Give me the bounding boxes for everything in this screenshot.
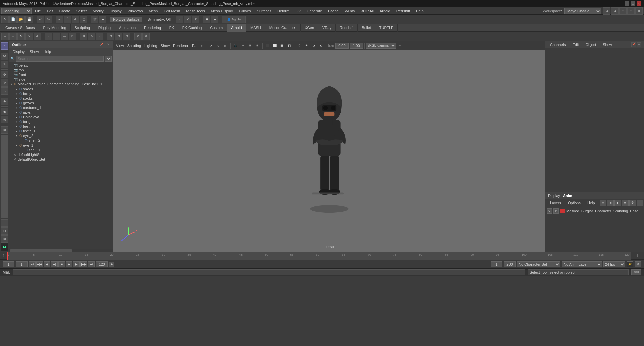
- vp-shadow[interactable]: ◑: [311, 42, 317, 49]
- vp-ao[interactable]: ◐: [318, 42, 325, 49]
- menu-curves[interactable]: Curves: [236, 8, 254, 14]
- snap-grid[interactable]: #: [56, 16, 63, 23]
- snap-curve[interactable]: ⌒: [64, 16, 71, 23]
- new-file[interactable]: 📄: [9, 16, 17, 23]
- tree-item-costume[interactable]: ▸ ⬡ costume_1: [9, 105, 113, 110]
- menu-create[interactable]: Create: [57, 8, 73, 14]
- redo[interactable]: ↪: [45, 16, 52, 23]
- pb-prev-frame[interactable]: ◀: [44, 261, 50, 267]
- tree-item-shoes[interactable]: ▸ ⬡ shoes: [9, 86, 113, 91]
- vp-menu-show[interactable]: Show: [159, 42, 171, 49]
- tree-item-persp[interactable]: 📷 persp: [9, 63, 113, 68]
- channel-box-object[interactable]: Object: [583, 42, 598, 47]
- menu-select[interactable]: Select: [74, 8, 90, 14]
- vp-frame-sel[interactable]: ⊟: [254, 42, 261, 49]
- tab-custom[interactable]: Custom: [206, 24, 227, 32]
- menu-3dtoall[interactable]: 3DToAll: [358, 8, 376, 14]
- open-file[interactable]: 📂: [17, 16, 25, 23]
- tab-curves-surfaces[interactable]: Curves / Surfaces: [1, 24, 39, 32]
- search-filter[interactable]: ▼: [105, 56, 112, 62]
- menu-display[interactable]: Display: [107, 8, 124, 14]
- tab-sculpting[interactable]: Sculpting: [71, 24, 94, 32]
- timeline-track[interactable]: 1 5 10 15 20 25 30 35 40 45 50 55 60 65 …: [7, 252, 631, 260]
- tree-item-objectset[interactable]: ⊙ defaultObjectSet: [9, 157, 113, 162]
- mode-selector[interactable]: Modeling Rigging Animation FX Rendering …: [1, 8, 32, 14]
- fps-selector[interactable]: 24 fps 25 fps 30 fps: [603, 261, 625, 267]
- pb-stop[interactable]: ■: [58, 261, 65, 267]
- lt-rotate[interactable]: ↻: [1, 79, 8, 86]
- tb2-scale[interactable]: ⤡: [25, 33, 33, 40]
- viewport-canvas[interactable]: X Y Z persp: [113, 50, 545, 252]
- menu-edit[interactable]: Edit: [44, 8, 56, 14]
- channel-box-channels[interactable]: Channels: [548, 42, 568, 47]
- display-tab[interactable]: Display: [548, 194, 560, 198]
- menu-uv[interactable]: UV: [293, 8, 303, 14]
- tb2-paint[interactable]: ✎: [88, 33, 95, 40]
- layer-option2[interactable]: +: [637, 200, 643, 206]
- range-start-input[interactable]: [3, 261, 14, 267]
- range-end-input[interactable]: [96, 261, 108, 267]
- menu-mesh[interactable]: Mesh: [146, 8, 160, 14]
- tb2-select-mode[interactable]: ◈: [1, 33, 9, 40]
- channel-box-float[interactable]: ⧉: [637, 42, 641, 47]
- gain-input[interactable]: [350, 43, 363, 49]
- sign-in[interactable]: 👤 Sign In: [222, 16, 246, 23]
- layer-row-main[interactable]: V P Masked_Burglar_Character_Standing_Po…: [547, 208, 643, 214]
- lt-node-editor[interactable]: ⊞: [1, 235, 8, 243]
- tree-item-front[interactable]: 📷 front: [9, 72, 113, 77]
- tb2-move[interactable]: ✛: [9, 33, 17, 40]
- tab-mash[interactable]: MASH: [246, 24, 265, 32]
- tb2-snap3[interactable]: ⊞: [123, 33, 130, 40]
- vp-menu-shading[interactable]: Shading: [126, 42, 142, 49]
- layer-next2-btn[interactable]: ⏭: [622, 200, 629, 206]
- pb-key-start[interactable]: ⏮: [29, 261, 36, 267]
- tab-poly-modeling[interactable]: Poly Modeling: [39, 24, 70, 32]
- pb-next-key[interactable]: ▶▶: [80, 261, 87, 267]
- playback-stop[interactable]: ⏹: [203, 16, 210, 23]
- tab-motion-graphics[interactable]: Motion Graphics: [265, 24, 301, 32]
- outliner-hscroll[interactable]: [9, 249, 113, 252]
- menu-surfaces[interactable]: Surfaces: [254, 8, 274, 14]
- tree-item-top[interactable]: 📷 top: [9, 68, 113, 72]
- layer-prev-btn[interactable]: ⏮: [600, 200, 606, 206]
- vp-menu-renderer[interactable]: Renderer: [172, 42, 190, 49]
- lt-paint[interactable]: ✎: [1, 61, 8, 68]
- minimize-button[interactable]: ─: [625, 1, 629, 6]
- pb-next-frame[interactable]: ▶: [73, 261, 80, 267]
- auto-key-toggle[interactable]: 🔑: [627, 261, 633, 267]
- pb-key-end[interactable]: ⏭: [88, 261, 95, 267]
- layer-v-toggle[interactable]: V: [547, 208, 552, 214]
- channel-box-edit[interactable]: Edit: [570, 42, 581, 47]
- vp-shading2[interactable]: ⬜: [271, 42, 278, 49]
- tab-bullet[interactable]: Bullet: [358, 24, 375, 32]
- menu-mesh-display[interactable]: Mesh Display: [208, 8, 236, 14]
- tb2-component-face[interactable]: □: [69, 33, 76, 40]
- anim-tab[interactable]: Anim: [563, 194, 572, 198]
- anim-layer-selector[interactable]: No Anim Layer: [562, 261, 602, 267]
- command-input[interactable]: [13, 269, 525, 275]
- vp-lit[interactable]: ☀: [303, 42, 310, 49]
- tab-turtle[interactable]: TURTLE: [375, 24, 398, 32]
- lt-universal[interactable]: ⊕: [1, 98, 8, 105]
- tree-item-shell1[interactable]: ⬡ shell_1: [9, 148, 113, 152]
- tab-xgen[interactable]: XGen: [301, 24, 318, 32]
- color-space-selector[interactable]: sRGB gamma Linear: [366, 43, 396, 49]
- tb2-component-vert[interactable]: ·: [53, 33, 60, 40]
- tree-item-jaws[interactable]: ▸ ⬡ jaws: [9, 110, 113, 115]
- channel-box-pin[interactable]: 📌: [631, 42, 636, 47]
- lt-move[interactable]: ✛: [1, 71, 8, 78]
- tree-item-lightset[interactable]: ⊙ defaultLightSet: [9, 152, 113, 157]
- menu-redshift[interactable]: Redshift: [394, 8, 413, 14]
- char-set-selector[interactable]: No Character Set: [517, 261, 560, 267]
- pb-prev-key[interactable]: ◀◀: [36, 261, 43, 267]
- outliner-menu-help[interactable]: Help: [42, 49, 53, 54]
- tab-arnold[interactable]: Arnold: [227, 24, 246, 32]
- menu-edit-mesh[interactable]: Edit Mesh: [161, 8, 183, 14]
- vp-redo-cam[interactable]: ▷: [222, 42, 229, 49]
- vp-render-btn[interactable]: ⟳: [208, 42, 214, 49]
- vp-isolate[interactable]: ◈: [239, 42, 246, 49]
- tree-item-gloves[interactable]: ▸ ⬡ gloves: [9, 101, 113, 105]
- options-menu[interactable]: Options: [566, 200, 583, 205]
- menu-help[interactable]: Help: [413, 8, 426, 14]
- search-input[interactable]: [16, 56, 104, 62]
